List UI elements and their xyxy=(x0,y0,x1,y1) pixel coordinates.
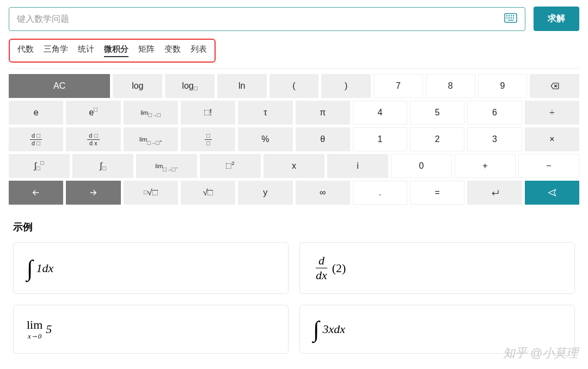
key-digit-8[interactable]: 8 xyxy=(426,74,475,98)
key-limit-right[interactable]: lim→+ xyxy=(124,127,178,151)
tab-6[interactable]: 列表 xyxy=(191,44,207,57)
key-equals[interactable]: = xyxy=(410,181,464,205)
search-input[interactable] xyxy=(17,14,504,24)
keypad: ACloglogln()789eelim→!τπ456÷d d d d xlim… xyxy=(0,69,588,213)
svg-point-4 xyxy=(513,15,514,16)
key-digit-0[interactable]: 0 xyxy=(391,154,452,178)
key-limit-left[interactable]: lim→− xyxy=(136,154,197,178)
key-square[interactable]: 2 xyxy=(200,154,261,178)
key-digit-6[interactable]: 6 xyxy=(467,101,522,125)
key-digit-5[interactable]: 5 xyxy=(410,101,464,125)
key-backspace[interactable] xyxy=(530,74,579,98)
tab-4[interactable]: 矩阵 xyxy=(138,44,155,57)
key-infinity[interactable]: ∞ xyxy=(296,181,350,205)
tab-2[interactable]: 统计 xyxy=(78,44,94,57)
key-minus[interactable]: − xyxy=(518,154,579,178)
key-enter[interactable] xyxy=(467,181,522,205)
svg-point-6 xyxy=(509,17,510,18)
key-rparen[interactable]: ) xyxy=(321,74,371,98)
svg-point-2 xyxy=(509,15,510,16)
example-int-3xdx[interactable]: ∫ 3xdx xyxy=(299,305,575,354)
key-sqrt[interactable]: √ xyxy=(181,181,235,205)
key-indef-integral[interactable]: ∫ xyxy=(72,154,133,178)
key-digit-2[interactable]: 2 xyxy=(410,127,464,151)
key-dot[interactable]: . xyxy=(353,181,407,205)
svg-point-1 xyxy=(507,15,507,16)
key-e-power[interactable]: e xyxy=(66,101,120,125)
key-arrow-left[interactable] xyxy=(9,181,63,205)
key-plus[interactable]: + xyxy=(455,154,516,178)
example-ddx-2[interactable]: ddx(2) xyxy=(299,242,575,294)
key-digit-7[interactable]: 7 xyxy=(373,74,423,98)
key-lparen[interactable]: ( xyxy=(270,74,319,98)
key-definite-integral[interactable]: ∫ xyxy=(9,154,70,178)
key-multiply[interactable]: × xyxy=(525,127,579,151)
category-tabs: 代数三角学统计微积分矩阵变数列表 xyxy=(9,39,216,63)
tab-1[interactable]: 三角学 xyxy=(44,44,68,57)
key-percent[interactable]: % xyxy=(238,127,292,151)
key-log-base[interactable]: log xyxy=(165,74,215,98)
key-log[interactable]: log xyxy=(113,74,162,98)
key-d-dbox[interactable]: d d xyxy=(9,127,63,151)
key-d-dx[interactable]: d d x xyxy=(66,127,120,151)
key-pi[interactable]: π xyxy=(296,101,350,125)
key-divide[interactable]: ÷ xyxy=(525,101,579,125)
svg-point-5 xyxy=(507,17,507,18)
examples-heading: 示例 xyxy=(13,220,575,233)
solve-button[interactable]: 求解 xyxy=(534,7,579,31)
key-submit[interactable] xyxy=(525,181,579,205)
key-var-i[interactable]: i xyxy=(327,154,388,178)
key-ln[interactable]: ln xyxy=(217,74,267,98)
key-tau[interactable]: τ xyxy=(238,101,292,125)
key-limit[interactable]: lim→ xyxy=(124,101,178,125)
key-digit-9[interactable]: 9 xyxy=(478,74,528,98)
tab-5[interactable]: 变数 xyxy=(164,44,181,57)
key-fraction[interactable] xyxy=(181,127,235,151)
keyboard-icon[interactable] xyxy=(504,13,517,25)
tab-3[interactable]: 微积分 xyxy=(104,44,128,57)
key-factorial[interactable]: ! xyxy=(181,101,235,125)
key-digit-1[interactable]: 1 xyxy=(353,127,407,151)
key-digit-4[interactable]: 4 xyxy=(353,101,407,125)
svg-point-3 xyxy=(511,15,512,16)
key-arrow-right[interactable] xyxy=(66,181,120,205)
key-nth-root[interactable]: √ xyxy=(124,181,178,205)
search-container[interactable] xyxy=(9,7,525,31)
svg-point-8 xyxy=(513,17,514,18)
key-var-x[interactable]: x xyxy=(264,154,324,178)
example-lim-5[interactable]: limx→0 5 xyxy=(13,305,289,354)
key-e[interactable]: e xyxy=(9,101,63,125)
example-int-1dx[interactable]: ∫ 1dx xyxy=(13,242,289,294)
key-digit-3[interactable]: 3 xyxy=(467,127,522,151)
tab-0[interactable]: 代数 xyxy=(17,44,34,57)
key-var-y[interactable]: y xyxy=(238,181,292,205)
svg-point-7 xyxy=(511,17,512,18)
key-ac[interactable]: AC xyxy=(9,74,110,98)
key-theta[interactable]: θ xyxy=(296,127,350,151)
